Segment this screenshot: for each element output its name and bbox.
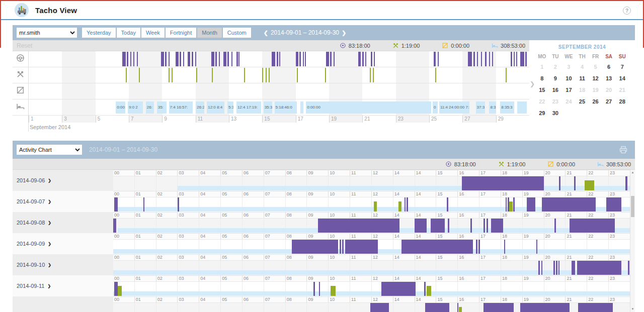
hour-label: 15 [436,255,457,260]
calendar-day-20[interactable]: 20 [602,84,616,96]
calendar-expander-icon[interactable]: ❯ [530,80,535,87]
hour-label: 21 [565,191,587,197]
range-button-custom[interactable]: Custom [223,28,251,38]
hour-label: 23 [608,234,630,239]
hour-label: 00 [113,297,134,302]
calendar-day-17[interactable]: 17 [562,84,576,96]
calendar-day-16[interactable]: 16 [549,84,562,96]
calendar-day-7[interactable]: 7 [615,61,629,73]
hour-ruler: 0001020304050607080910111214141516171819… [113,275,630,282]
calendar-day-24[interactable]: 24 [562,96,576,108]
hour-label: 16 [457,170,479,176]
drive-bar [371,52,372,66]
prev-date-icon[interactable]: ❮ [261,30,271,36]
month-axis-label: 29 [496,116,504,123]
drive-segment [484,303,514,312]
calendar-day-22[interactable]: 22 [535,96,549,108]
driver-select[interactable]: mr.smith [17,28,77,38]
rest-block: 0:00:00 [306,101,431,114]
activity-band [113,282,630,296]
next-date-icon[interactable]: ❯ [339,30,349,36]
hour-label: 21 [565,276,587,281]
hour-label: 04 [199,297,220,302]
activity-row-label-2014-09-07[interactable]: 2014-09-07❯ [13,191,113,212]
hour-label: 11 [350,170,371,176]
range-button-today[interactable]: Today [117,28,140,38]
hour-gridline [350,303,371,312]
activity-row-label-2014-09-08[interactable]: 2014-09-08❯ [13,212,113,233]
drive-bar [434,52,436,66]
work-segment [331,286,335,296]
rest-icon [492,42,498,49]
calendar-day-9[interactable]: 9 [549,73,562,84]
drive-bar [161,52,164,66]
range-button-week[interactable]: Week [141,28,165,38]
calendar-day-15[interactable]: 15 [535,84,549,96]
calendar-day-25[interactable]: 25 [576,96,589,108]
hour-label: 14 [415,255,436,260]
hour-label: 16 [457,191,479,197]
reset-button[interactable]: Reset [17,42,32,49]
range-button-fortnight[interactable]: Fortnight [166,28,196,38]
hour-ruler: 0001020304050607080910111214141516171819… [113,233,630,240]
hour-label: 16 [457,297,479,302]
calendar-day-13[interactable]: 13 [602,73,616,84]
activity-row: 2014-09-07❯00010203040506070809101112141… [13,191,630,212]
range-button-month[interactable]: Month [197,28,222,38]
hour-label: 21 [565,255,587,260]
vertical-scrollbar[interactable]: ▲ ▼ [630,170,635,312]
activity-row-label-2014-09-11[interactable]: 2014-09-11❯ [13,275,113,296]
calendar-day-8[interactable]: 8 [535,73,549,84]
scroll-down-icon[interactable]: ▼ [630,307,635,310]
drive-bar [374,52,375,66]
calendar-day-18[interactable]: 18 [576,84,589,96]
calendar-day-28[interactable]: 28 [615,96,629,108]
calendar-day-26[interactable]: 26 [589,96,602,108]
calendar-day-2[interactable]: 2 [549,61,562,73]
activity-band [113,197,630,212]
scrollbar-thumb[interactable] [631,196,634,217]
calendar-day-12[interactable]: 12 [589,73,602,84]
activity-row-label-2014-09-06[interactable]: 2014-09-06❯ [13,170,113,191]
calendar-weekday-we: WE [562,52,576,61]
hour-label: 22 [587,276,608,281]
calendar-day-empty [589,108,602,119]
calendar-day-5[interactable]: 5 [589,61,602,73]
print-icon[interactable] [619,145,628,154]
calendar-day-10[interactable]: 10 [562,73,576,84]
hour-label: 15 [436,297,457,302]
activity-row-label-2014-09-09[interactable]: 2014-09-09❯ [13,233,113,254]
activity-row-label-2014-09-10[interactable]: 2014-09-10❯ [13,254,113,275]
calendar-day-30[interactable]: 30 [549,108,562,119]
hour-gridline [113,176,134,191]
drive-icon [16,54,25,64]
help-icon[interactable]: ? [623,7,631,15]
drive-segment [431,219,445,233]
calendar-day-1[interactable]: 1 [535,61,549,73]
drive-bar [492,52,493,66]
calendar-day-6[interactable]: 6 [602,61,616,73]
calendar-day-4[interactable]: 4 [576,61,589,73]
calendar-day-29[interactable]: 29 [535,108,549,119]
hour-label: 12 [371,170,393,176]
scroll-up-icon[interactable]: ▲ [630,171,635,174]
drive-bar [231,52,232,66]
calendar-day-27[interactable]: 27 [602,96,616,108]
summary-work: 1:19:00 [498,161,526,167]
calendar-day-11[interactable]: 11 [576,73,589,84]
calendar-day-3[interactable]: 3 [562,61,576,73]
calendar-day-19[interactable]: 19 [589,84,602,96]
availability-icon [16,86,25,96]
month-axis-label: 19 [329,116,337,123]
drive-bar [326,52,329,66]
calendar-day-21[interactable]: 21 [615,84,629,96]
page-title: Tacho View [35,6,77,15]
calendar-day-23[interactable]: 23 [549,96,562,108]
calendar-day-14[interactable]: 14 [615,73,629,84]
range-button-yesterday[interactable]: Yesterday [82,28,116,38]
activity-row-plot: 0001020304050607080910111214141516171819… [113,212,630,233]
month-axis-label: 1 [29,116,34,123]
drive-segment [476,240,477,254]
chart-type-select[interactable]: Activity Chart [17,145,82,155]
drive-segment [415,219,427,233]
